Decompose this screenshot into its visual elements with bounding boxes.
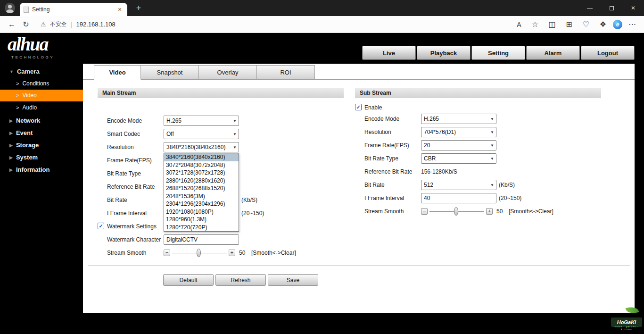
security-label: 不安全 xyxy=(50,20,67,28)
bit-rate-unit: (Kb/S) xyxy=(241,197,257,203)
nav-setting-button[interactable]: Setting xyxy=(471,46,525,60)
resolution-option[interactable]: 3072*2048(3072x2048) xyxy=(164,161,239,169)
tab-roi[interactable]: ROI xyxy=(256,65,315,79)
copilot-icon[interactable]: e xyxy=(613,20,622,29)
sidebar-item-video[interactable]: >Video xyxy=(0,90,83,101)
maximize-icon xyxy=(610,6,614,10)
sub-bit-rate-type-row: Bit Rate Type CBR ▼ xyxy=(355,153,619,164)
sub-encode-mode-row: Encode Mode H.265 ▼ xyxy=(355,114,619,124)
resolution-select[interactable]: 3840*2160(3840x2160) ▼ xyxy=(164,142,239,152)
new-tab-button[interactable]: + xyxy=(133,3,144,13)
sidebar-section-storage[interactable]: ▶Storage xyxy=(0,139,83,151)
sub-bit-rate-row: Bit Rate 512 ▼ (Kb/S) xyxy=(355,180,619,190)
stream-smooth-slider[interactable]: − + xyxy=(164,248,239,258)
tab-overlay[interactable]: Overlay xyxy=(198,65,257,79)
address-bar[interactable]: ⚠ 不安全 | 192.168.1.108 xyxy=(41,20,513,28)
browser-essentials-icon[interactable]: ♡ xyxy=(579,17,593,32)
stream-smooth-label: Stream Smooth xyxy=(107,250,146,256)
refresh-icon[interactable]: ↻ xyxy=(19,17,33,32)
watermark-settings-checkbox[interactable]: ✓ xyxy=(98,223,104,229)
slider-handle[interactable] xyxy=(454,207,458,216)
resolution-option[interactable]: 2304*1296(2304x1296) xyxy=(164,200,239,208)
sub-stream-enable-checkbox[interactable]: ✓ xyxy=(355,104,362,110)
add-favorite-icon[interactable]: ☆ xyxy=(528,17,542,32)
resolution-option[interactable]: 3840*2160(3840x2160) xyxy=(164,153,239,161)
chevron-collapsed-icon: ▶ xyxy=(9,151,13,164)
minimize-button[interactable]: — xyxy=(579,0,601,16)
sub-resolution-select[interactable]: 704*576(D1) ▼ xyxy=(421,127,496,137)
sidebar-section-camera[interactable]: ▼Camera xyxy=(0,66,83,78)
nav-alarm-button[interactable]: Alarm xyxy=(526,46,580,60)
sidebar-item-label: Video xyxy=(22,92,36,99)
resolution-value: 3840*2160(3840x2160) xyxy=(164,144,231,150)
save-button[interactable]: Save xyxy=(268,274,318,286)
sidebar-section-label: Camera xyxy=(17,68,40,75)
sub-encode-mode-label: Encode Mode xyxy=(364,116,399,122)
close-window-button[interactable]: ✕ xyxy=(622,0,644,16)
resolution-option[interactable]: 2048*1536(3M) xyxy=(164,192,239,200)
sidebar-item-audio[interactable]: >Audio xyxy=(0,102,83,114)
sidebar-item-conditions[interactable]: >Conditions xyxy=(0,78,83,90)
sidebar-section-event[interactable]: ▶Event xyxy=(0,127,83,139)
sub-frame-rate-select[interactable]: 20 ▼ xyxy=(421,140,496,150)
chevron-down-icon: ▼ xyxy=(488,183,496,187)
nav-live-button[interactable]: Live xyxy=(362,46,416,60)
nav-playback-button[interactable]: Playback xyxy=(417,46,471,60)
watermark-character-input[interactable] xyxy=(164,234,239,245)
resolution-label: Resolution xyxy=(107,144,134,150)
sub-stream-smooth-slider[interactable]: − + xyxy=(421,206,496,217)
maximize-button[interactable] xyxy=(601,0,622,16)
split-screen-icon[interactable]: ◫ xyxy=(545,17,559,32)
slider-minus-icon[interactable]: − xyxy=(421,208,428,215)
extensions-icon[interactable]: ❖ xyxy=(596,17,610,32)
resolution-option[interactable]: 1280*960(1.3M) xyxy=(164,216,239,224)
window-controls: — ✕ xyxy=(579,0,644,16)
sub-bit-rate-type-select[interactable]: CBR ▼ xyxy=(421,153,496,164)
tab-snapshot[interactable]: Snapshot xyxy=(140,65,199,79)
slider-plus-icon[interactable]: + xyxy=(486,208,493,215)
sub-stream-smooth-value: 50 xyxy=(496,208,503,215)
refresh-button[interactable]: Refresh xyxy=(215,274,266,286)
sub-encode-mode-select[interactable]: H.265 ▼ xyxy=(421,114,496,124)
chevron-down-icon: ▼ xyxy=(231,145,239,150)
smart-codec-select[interactable]: Off ▼ xyxy=(164,129,239,139)
read-aloud-icon[interactable]: A xyxy=(513,17,525,32)
sub-i-frame-interval-label: I Frame Interval xyxy=(364,195,404,201)
stream-smooth-value: 50 xyxy=(239,250,245,256)
tab-close-icon[interactable]: × xyxy=(116,6,124,13)
stream-smooth-hint: [Smooth<->Clear] xyxy=(251,250,296,256)
profile-avatar[interactable] xyxy=(5,3,15,13)
settings-content: Video Snapshot Overlay ROI Main Stream E… xyxy=(83,64,635,313)
collections-icon[interactable]: ⊞ xyxy=(562,17,576,32)
watermark-settings-label: Watermark Settings xyxy=(107,223,157,230)
tab-video[interactable]: Video xyxy=(94,65,141,80)
url-text: 192.168.1.108 xyxy=(76,21,116,28)
resolution-option[interactable]: 2880*1620(2880x1620) xyxy=(164,177,239,185)
resolution-option[interactable]: 1280*720(720P) xyxy=(164,224,239,232)
slider-handle[interactable] xyxy=(197,249,201,257)
sidebar-section-information[interactable]: ▶Information xyxy=(0,164,83,176)
sub-bit-rate-select[interactable]: 512 ▼ xyxy=(421,180,496,190)
sidebar-section-system[interactable]: ▶System xyxy=(0,151,83,164)
encode-mode-select[interactable]: H.265 ▼ xyxy=(164,116,239,126)
browser-tab[interactable]: Setting × xyxy=(20,3,127,16)
slider-plus-icon[interactable]: + xyxy=(229,250,235,256)
sub-i-frame-interval-input[interactable] xyxy=(421,193,496,203)
more-options-icon[interactable]: ⋯ xyxy=(625,17,639,32)
content-divider xyxy=(88,265,630,266)
chevron-collapsed-icon: ▶ xyxy=(9,139,13,151)
smart-codec-row: Smart Codec Off ▼ xyxy=(98,129,362,139)
nav-logout-button[interactable]: Logout xyxy=(581,46,635,60)
tab-title: Setting xyxy=(32,6,113,13)
not-secure-warning-icon[interactable]: ⚠ xyxy=(41,21,46,28)
leaf-icon xyxy=(626,305,639,315)
camera-settings-page: alhua TECHNOLOGY Live Playback Setting A… xyxy=(0,33,644,334)
default-button[interactable]: Default xyxy=(163,274,214,286)
resolution-option[interactable]: 1920*1080(1080P) xyxy=(164,208,239,216)
resolution-option[interactable]: 3072*1728(3072x1728) xyxy=(164,169,239,177)
resolution-option[interactable]: 2688*1520(2688x1520) xyxy=(164,184,239,192)
encode-mode-value: H.265 xyxy=(164,117,231,124)
back-icon[interactable]: ← xyxy=(5,17,19,32)
sidebar-section-network[interactable]: ▶Network xyxy=(0,115,83,127)
slider-minus-icon[interactable]: − xyxy=(164,250,170,256)
